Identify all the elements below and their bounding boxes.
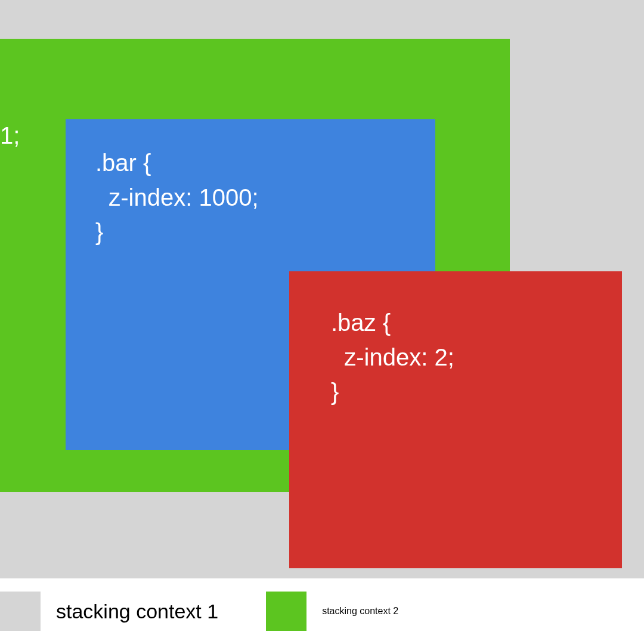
bar-css-code: .bar { z-index: 1000; } (95, 145, 259, 249)
legend-swatch-green (266, 592, 306, 631)
legend: stacking context 1 stacking context 2 (0, 578, 644, 644)
legend-label-2: stacking context 2 (322, 606, 398, 617)
baz-css-code: .baz { z-index: 2; } (331, 305, 454, 409)
diagram-canvas: 1; .bar { z-index: 1000; } .baz { z-inde… (0, 0, 644, 578)
legend-item-1: stacking context 1 (0, 592, 218, 631)
legend-label-1: stacking context 1 (56, 600, 218, 623)
green-code-fragment: 1; (0, 118, 20, 153)
legend-swatch-grey (0, 592, 41, 631)
legend-item-2: stacking context 2 (218, 592, 398, 631)
